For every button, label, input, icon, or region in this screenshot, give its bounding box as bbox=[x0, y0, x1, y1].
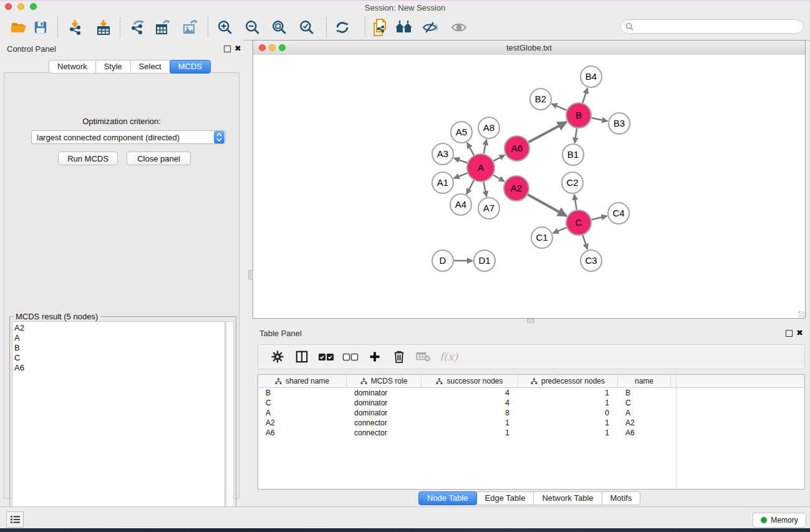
node-label-B2: B2 bbox=[535, 94, 546, 104]
float-panel-icon[interactable] bbox=[224, 46, 231, 52]
export-image-button[interactable] bbox=[180, 17, 201, 37]
edge-A-A5[interactable] bbox=[467, 143, 474, 155]
import-table-button[interactable] bbox=[93, 17, 114, 37]
task-history-button[interactable] bbox=[6, 511, 24, 528]
main-toolbar bbox=[0, 15, 810, 40]
search-input[interactable] bbox=[636, 22, 803, 32]
zoom-out-button[interactable] bbox=[242, 17, 263, 37]
edge-A-A1[interactable] bbox=[454, 173, 468, 178]
node-label-C3: C3 bbox=[585, 255, 597, 266]
control-panel-title: Control Panel bbox=[7, 44, 56, 54]
horizontal-scroll-thumb[interactable] bbox=[527, 319, 534, 323]
column-header-successor-nodes[interactable]: successor nodes bbox=[422, 375, 518, 387]
edge-C-C2[interactable] bbox=[574, 195, 577, 210]
home-layout-button[interactable] bbox=[393, 17, 415, 37]
node-label-A8: A8 bbox=[483, 122, 494, 133]
edge-B-B3[interactable] bbox=[592, 118, 608, 121]
close-panel-button[interactable]: Close panel bbox=[127, 152, 191, 165]
table-tab-motifs[interactable]: Motifs bbox=[602, 491, 641, 505]
node-label-A7: A7 bbox=[483, 203, 494, 213]
table-tab-edge-table[interactable]: Edge Table bbox=[476, 491, 534, 505]
cell-shared-name: C bbox=[258, 399, 347, 407]
memory-button[interactable]: Memory bbox=[753, 513, 806, 528]
tab-network[interactable]: Network bbox=[49, 60, 96, 74]
edge-B-B4[interactable] bbox=[582, 88, 587, 103]
edge-C-C1[interactable] bbox=[553, 228, 567, 233]
table-body: Bdominator41BCdominator41CAdominator80AA… bbox=[258, 388, 804, 438]
edge-A6-B[interactable] bbox=[529, 122, 567, 142]
edge-A-A8[interactable] bbox=[484, 140, 487, 154]
edge-B-B2[interactable] bbox=[552, 104, 567, 110]
network-window-title: testGlobe.txt bbox=[253, 43, 805, 52]
table-row-a2[interactable]: A2connector11A2 bbox=[258, 418, 804, 428]
edge-B-B1[interactable] bbox=[575, 128, 577, 143]
table-settings-button[interactable] bbox=[268, 347, 287, 366]
edge-A-A4[interactable] bbox=[466, 180, 474, 194]
zoom-in-button[interactable] bbox=[215, 17, 236, 37]
gear-icon bbox=[271, 350, 284, 364]
edge-C-C3[interactable] bbox=[583, 235, 588, 249]
delete-table-icon bbox=[416, 351, 431, 362]
export-table-button[interactable] bbox=[152, 17, 173, 37]
clone-network-button[interactable] bbox=[369, 17, 390, 37]
edge-A-A6[interactable] bbox=[493, 155, 504, 161]
criterion-select[interactable]: largest connected component (directed) bbox=[31, 130, 226, 144]
checked-boxes-icon bbox=[318, 353, 334, 361]
result-item-a6[interactable]: A6 bbox=[14, 363, 224, 373]
open-session-button[interactable] bbox=[8, 17, 29, 37]
hide-panels-button[interactable] bbox=[420, 17, 441, 37]
table-row-a6[interactable]: A6connector11A6 bbox=[258, 428, 804, 438]
deselect-all-columns-button[interactable] bbox=[341, 347, 360, 366]
search-field[interactable] bbox=[620, 19, 804, 34]
refresh-view-button[interactable] bbox=[332, 17, 353, 37]
network-canvas[interactable]: B4B2BB3B1A5A8A6A3AA1A2C2A4A7C4CC1C3DD1 bbox=[253, 55, 805, 318]
edge-C-C4[interactable] bbox=[591, 216, 607, 220]
zoom-selected-button[interactable] bbox=[296, 17, 317, 37]
delete-columns-button[interactable] bbox=[390, 347, 408, 366]
save-session-button[interactable] bbox=[30, 17, 51, 37]
column-header-predecessor-nodes[interactable]: predecessor nodes bbox=[518, 375, 618, 387]
node-table[interactable]: shared nameMCDS rolesuccessor nodesprede… bbox=[258, 374, 805, 490]
table-tab-network-table[interactable]: Network Table bbox=[533, 491, 602, 505]
result-scrollbar[interactable] bbox=[226, 321, 234, 527]
table-row-a[interactable]: Adominator80A bbox=[258, 408, 804, 418]
edge-A-A3[interactable] bbox=[454, 158, 468, 163]
create-column-button[interactable] bbox=[365, 347, 384, 366]
split-table-button[interactable] bbox=[292, 347, 311, 366]
run-mcds-button[interactable]: Run MCDS bbox=[58, 152, 118, 165]
tab-select[interactable]: Select bbox=[130, 60, 170, 74]
node-label-B4: B4 bbox=[586, 71, 597, 82]
table-row-c[interactable]: Cdominator41C bbox=[258, 398, 804, 408]
result-item-a[interactable]: A bbox=[14, 333, 224, 343]
result-item-a2[interactable]: A2 bbox=[14, 323, 224, 333]
select-stepper-icon bbox=[214, 131, 224, 143]
zoom-out-icon bbox=[244, 19, 261, 36]
node-label-C: C bbox=[576, 217, 582, 228]
table-float-icon[interactable] bbox=[786, 330, 793, 337]
cell-shared-name: A6 bbox=[258, 428, 347, 437]
table-row-b[interactable]: Bdominator41B bbox=[258, 388, 804, 398]
column-header-shared-name[interactable]: shared name bbox=[258, 375, 347, 387]
column-header-name[interactable]: name bbox=[618, 375, 671, 387]
tab-style[interactable]: Style bbox=[95, 60, 131, 74]
export-network-button[interactable] bbox=[127, 17, 148, 37]
vertical-scroll-thumb[interactable] bbox=[248, 270, 253, 279]
zoom-fit-button[interactable] bbox=[269, 17, 290, 37]
network-window-titlebar: testGlobe.txt bbox=[253, 41, 805, 56]
show-graphics-details-button[interactable] bbox=[448, 17, 470, 37]
table-tab-node-table[interactable]: Node Table bbox=[418, 491, 477, 505]
select-all-columns-button[interactable] bbox=[317, 347, 335, 366]
import-network-button[interactable] bbox=[65, 17, 86, 37]
table-close-icon[interactable]: ✖ bbox=[796, 328, 803, 337]
edge-A2-C[interactable] bbox=[528, 195, 566, 216]
result-item-c[interactable]: C bbox=[14, 353, 224, 363]
cell-MCDS-role: dominator bbox=[347, 409, 422, 417]
column-header-MCDS-role[interactable]: MCDS role bbox=[347, 375, 422, 387]
close-panel-icon[interactable]: ✖ bbox=[234, 44, 241, 53]
edge-A-A2[interactable] bbox=[493, 175, 504, 182]
edge-A-A7[interactable] bbox=[484, 182, 487, 197]
tab-mcds[interactable]: MCDS bbox=[170, 60, 211, 74]
result-item-b[interactable]: B bbox=[14, 343, 224, 353]
mcds-result-list[interactable]: A2ABCA6 bbox=[12, 321, 225, 527]
resize-grip[interactable] bbox=[798, 311, 804, 317]
